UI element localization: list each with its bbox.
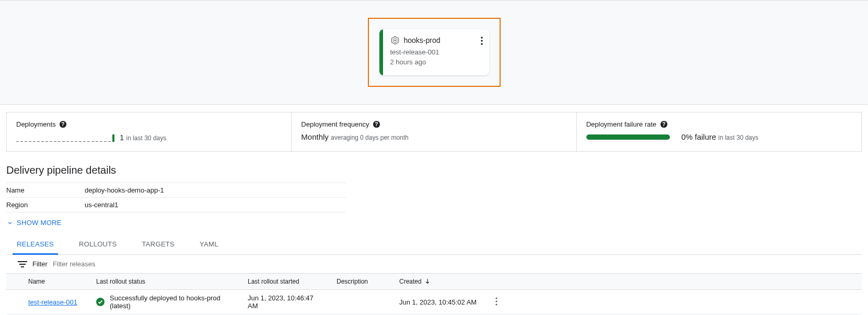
th-started[interactable]: Last rollout started (240, 274, 329, 289)
gke-icon (390, 36, 400, 45)
th-created[interactable]: Created (392, 274, 486, 289)
tab-rollouts[interactable]: ROLLOUTS (75, 235, 121, 255)
svg-point-3 (481, 37, 483, 39)
metric-failure-value: 0% failure (681, 132, 716, 141)
filter-bar: Filter (6, 255, 862, 273)
chevron-down-icon (6, 219, 14, 227)
svg-text:?: ? (375, 121, 378, 127)
deployments-sparkline (16, 132, 114, 142)
row-menu-button[interactable] (493, 295, 500, 309)
tabs: RELEASES ROLLOUTS TARGETS YAML (6, 235, 862, 255)
svg-point-17 (495, 300, 497, 302)
details-table: Name deploy-hooks-demo-app-1 Region us-c… (6, 183, 346, 212)
table-header: Name Last rollout status Last rollout st… (6, 273, 862, 290)
metric-frequency: Deployment frequency ? Monthly averaging… (292, 113, 576, 151)
th-description[interactable]: Description (329, 274, 392, 289)
svg-point-2 (394, 40, 396, 41)
rollout-started: Jun 1, 2023, 10:46:47 AM (240, 290, 329, 314)
metric-deployments-suffix: in last 30 days (126, 134, 167, 142)
th-created-label: Created (399, 278, 422, 285)
help-icon[interactable]: ? (59, 120, 67, 128)
metric-deployments-label: Deployments (16, 120, 56, 128)
show-more-button[interactable]: SHOW MORE (6, 219, 868, 227)
target-time: 2 hours ago (390, 58, 482, 66)
show-more-label: SHOW MORE (17, 219, 62, 227)
metric-deployments-value: 1 (120, 133, 124, 142)
rollout-created: Jun 1, 2023, 10:45:02 AM (392, 294, 486, 310)
svg-text:?: ? (662, 121, 665, 127)
filter-input[interactable] (53, 260, 850, 268)
highlight-annotation: hooks-prod test-release-001 2 hours ago (368, 18, 501, 87)
svg-point-16 (495, 297, 497, 299)
tab-yaml[interactable]: YAML (195, 235, 223, 255)
releases-table: Name Last rollout status Last rollout st… (6, 273, 862, 314)
help-icon[interactable]: ? (659, 120, 668, 128)
release-link[interactable]: test-release-001 (28, 298, 77, 306)
failure-rate-bar (586, 134, 670, 140)
table-row: test-release-001 Successfully deployed t… (6, 290, 862, 314)
metric-failure-suffix: in last 30 days (719, 134, 759, 141)
details-region-value: us-central1 (85, 201, 118, 209)
svg-point-4 (481, 40, 483, 42)
pipeline-visualization: hooks-prod test-release-001 2 hours ago (0, 0, 868, 105)
metric-frequency-value: Monthly (301, 132, 329, 141)
target-name: hooks-prod (404, 36, 441, 44)
help-icon[interactable]: ? (372, 120, 380, 128)
filter-label: Filter (32, 260, 48, 268)
rollout-description (329, 298, 392, 306)
tab-targets[interactable]: TARGETS (138, 235, 179, 255)
tab-releases[interactable]: RELEASES (13, 235, 58, 255)
rollout-status-text: Successfully deployed to hooks-prod (lat… (110, 294, 233, 310)
details-name-value: deploy-hooks-demo-app-1 (85, 186, 164, 194)
arrow-down-icon (424, 278, 431, 285)
svg-point-18 (495, 303, 497, 305)
details-name-label: Name (6, 186, 85, 194)
th-name[interactable]: Name (21, 274, 89, 289)
filter-icon (18, 261, 27, 268)
svg-point-5 (481, 43, 483, 45)
target-card[interactable]: hooks-prod test-release-001 2 hours ago (379, 29, 489, 75)
th-status[interactable]: Last rollout status (89, 274, 240, 289)
metric-frequency-label: Deployment frequency (301, 120, 369, 128)
success-icon (96, 298, 105, 306)
metric-failure-label: Deployment failure rate (586, 120, 656, 128)
target-status-stripe (379, 29, 383, 75)
metrics-row: Deployments ? 1 in last 30 days Deployme… (6, 112, 862, 152)
metric-failure-rate: Deployment failure rate ? 0% failure in … (577, 113, 861, 151)
details-region-label: Region (6, 201, 85, 209)
target-card-menu-button[interactable] (479, 35, 485, 49)
metric-frequency-suffix: averaging 0 days per month (331, 134, 409, 141)
svg-text:?: ? (62, 121, 65, 127)
metric-deployments: Deployments ? 1 in last 30 days (7, 113, 292, 151)
page-title: Delivery pipeline details (6, 164, 868, 176)
target-release: test-release-001 (390, 48, 482, 56)
